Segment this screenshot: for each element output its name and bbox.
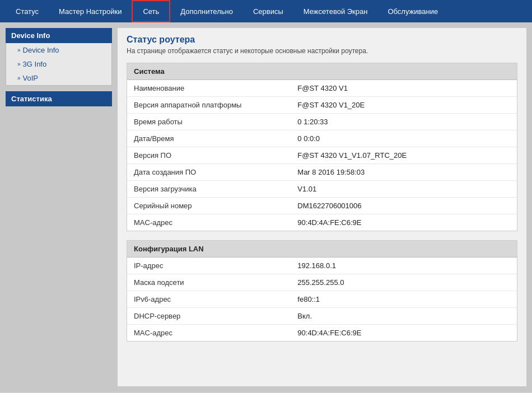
row-label: Версия аппаратной платформы [127, 97, 291, 114]
row-value: Mar 8 2016 19:58:03 [291, 164, 517, 181]
row-value: 90:4D:4A:FE:C6:9E [291, 325, 517, 341]
sidebar-item-3g-info[interactable]: » 3G Info [6, 57, 111, 71]
info-table-lan: IP-адрес192.168.0.1Маска подсети255.255.… [127, 258, 517, 341]
row-label: IP-адрес [127, 258, 291, 274]
nav-item-maintenance[interactable]: Обслуживание [377, 0, 448, 22]
nav-item-services[interactable]: Сервисы [243, 0, 293, 22]
sidebar-group-title-1: Статистика [6, 91, 112, 106]
row-value[interactable]: 192.168.0.1 [291, 258, 517, 274]
row-value: 0 1:20:33 [291, 114, 517, 130]
page-description: На странице отображается статус и некото… [127, 47, 517, 55]
row-value: V1.01 [291, 181, 517, 198]
row-value: F@ST 4320 V1 [291, 80, 517, 97]
row-label: Версия ПО [127, 147, 291, 164]
row-value: 0 0:0:0 [291, 130, 517, 147]
table-row: НаименованиеF@ST 4320 V1 [127, 80, 517, 97]
table-row: MAC-адрес90:4D:4A:FE:C6:9E [127, 325, 517, 341]
navbar: СтатусМастер НастройкиСетьДополнительноС… [0, 0, 532, 22]
row-value: F@ST 4320 V1_V1.07_RTC_20E [291, 147, 517, 164]
row-label: IPv6-адрес [127, 291, 291, 308]
page-title: Статус роутера [127, 35, 517, 45]
row-label: Серийный номер [127, 198, 291, 214]
table-row: Время работы0 1:20:33 [127, 114, 517, 130]
table-row: Версия загрузчикаV1.01 [127, 181, 517, 198]
table-row: IP-адрес192.168.0.1 [127, 258, 517, 274]
sidebar-group-0: » Device Info» 3G Info» VoIP [6, 43, 112, 86]
table-row: DHCP-серверВкл. [127, 308, 517, 325]
table-row: Версия ПОF@ST 4320 V1_V1.07_RTC_20E [127, 147, 517, 164]
row-label: Дата/Время [127, 130, 291, 147]
row-label: Маска подсети [127, 274, 291, 291]
arrow-icon: » [17, 75, 21, 81]
nav-item-advanced[interactable]: Дополнительно [170, 0, 243, 22]
row-value: F@ST 4320 V1_20E [291, 97, 517, 114]
row-label: DHCP-сервер [127, 308, 291, 325]
row-label: Версия загрузчика [127, 181, 291, 198]
table-row: Версия аппаратной платформыF@ST 4320 V1_… [127, 97, 517, 114]
table-row: Дата создания ПОMar 8 2016 19:58:03 [127, 164, 517, 181]
row-label: Наименование [127, 80, 291, 97]
table-row: Маска подсети255.255.255.0 [127, 274, 517, 291]
table-row: Дата/Время0 0:0:0 [127, 130, 517, 147]
arrow-icon: » [17, 61, 21, 67]
section-header-system: Система [127, 63, 517, 80]
row-value: 255.255.255.0 [291, 274, 517, 291]
table-row: MAC-адрес90:4D:4A:FE:C6:9E [127, 214, 517, 231]
row-label: Дата создания ПО [127, 164, 291, 181]
row-label: Время работы [127, 114, 291, 130]
row-value: Вкл. [291, 308, 517, 325]
row-label: MAC-адрес [127, 325, 291, 341]
main-content: Статус роутера На странице отображается … [118, 28, 526, 386]
info-table-system: НаименованиеF@ST 4320 V1Версия аппаратно… [127, 80, 517, 231]
table-row: Серийный номерDM1622706001006 [127, 198, 517, 214]
table-row: IPv6-адресfe80::1 [127, 291, 517, 308]
section-lan: Конфигурация LANIP-адрес192.168.0.1Маска… [127, 240, 517, 341]
row-label: MAC-адрес [127, 214, 291, 231]
nav-item-wizard[interactable]: Мастер Настройки [49, 0, 132, 22]
section-system: СистемаНаименованиеF@ST 4320 V1Версия ап… [127, 63, 517, 231]
sidebar: Device Info» Device Info» 3G Info» VoIPС… [6, 28, 112, 386]
sidebar-group-title-0: Device Info [6, 28, 112, 43]
sidebar-item-device-info[interactable]: » Device Info [6, 43, 111, 57]
nav-item-network[interactable]: Сеть [132, 0, 170, 22]
arrow-icon: » [17, 47, 21, 53]
sidebar-item-voip[interactable]: » VoIP [6, 71, 111, 85]
row-value: fe80::1 [291, 291, 517, 308]
row-value: 90:4D:4A:FE:C6:9E [291, 214, 517, 231]
section-header-lan: Конфигурация LAN [127, 241, 517, 258]
nav-item-status[interactable]: Статус [6, 0, 49, 22]
page-wrapper: Device Info» Device Info» 3G Info» VoIPС… [0, 22, 532, 392]
row-value: DM1622706001006 [291, 198, 517, 214]
nav-item-firewall[interactable]: Межсетевой Экран [293, 0, 378, 22]
